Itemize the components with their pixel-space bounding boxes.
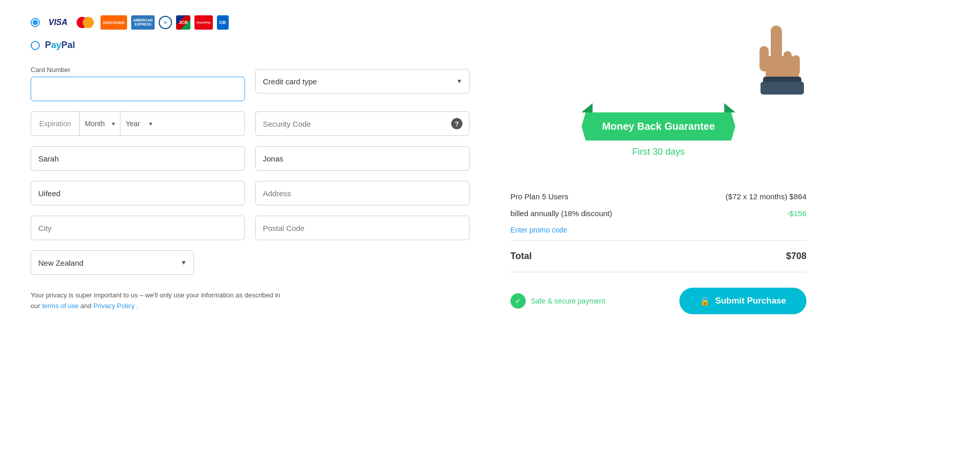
secure-payment: ✓ Safe & secure payment xyxy=(510,293,605,309)
right-panel: Money Back Guarantee First 30 days Pro P… xyxy=(510,10,806,456)
expiration-group: Expiration Month 01020304 05060708 09101… xyxy=(31,111,245,136)
company-address-row xyxy=(31,181,470,205)
card-type-group: Credit card type Visa MasterCard Discove… xyxy=(255,66,470,101)
promo-code-link[interactable]: Enter promo code xyxy=(510,226,806,234)
name-row xyxy=(31,146,470,171)
last-name-group xyxy=(255,146,470,171)
paypal-row: PayPal xyxy=(31,40,470,51)
year-select-wrapper: Year 202420252026 202720282029 ▼ xyxy=(120,112,157,135)
paypal-radio-button[interactable] xyxy=(31,41,40,50)
discount-label: billed annually (18% discount) xyxy=(510,209,612,218)
left-panel: VISA DISCOVER AMERICANEXPRESS D JCB Unio… xyxy=(31,10,470,456)
expiration-label: Expiration xyxy=(31,112,80,135)
year-chevron-icon: ▼ xyxy=(148,121,153,127)
card-number-row: Card Number Credit card type Visa Master… xyxy=(31,66,470,101)
lock-icon: 🔒 xyxy=(700,296,710,306)
city-postal-row xyxy=(31,216,470,240)
guarantee-image-area xyxy=(510,15,806,107)
thumbs-up-image xyxy=(735,15,806,97)
diners-logo: D xyxy=(159,16,172,29)
guarantee-ribbon: Money Back Guarantee xyxy=(581,112,735,141)
privacy-text: Your privacy is super important to us – … xyxy=(31,290,286,312)
plan-label: Pro Plan 5 Users xyxy=(510,192,568,201)
year-select[interactable]: Year 202420252026 202720282029 xyxy=(120,112,147,135)
card-logos-group: VISA DISCOVER AMERICANEXPRESS D JCB Unio… xyxy=(46,15,229,30)
country-group: New Zealand United States United Kingdom… xyxy=(31,250,194,275)
terms-of-use-link[interactable]: terms of use xyxy=(42,302,79,310)
unionpay-logo: UnionPay xyxy=(194,15,213,30)
plan-value: ($72 x 12 months) $864 xyxy=(726,192,806,201)
address-group xyxy=(255,181,470,205)
card-number-input[interactable] xyxy=(31,77,245,101)
svg-rect-7 xyxy=(761,82,804,95)
address-input[interactable] xyxy=(255,181,470,205)
city-group xyxy=(31,216,245,240)
total-value: $708 xyxy=(786,251,806,262)
last-name-input[interactable] xyxy=(255,146,470,171)
ribbon-area: Money Back Guarantee xyxy=(581,112,735,141)
privacy-and: and xyxy=(81,302,93,310)
paypal-radio-option[interactable] xyxy=(31,41,40,50)
privacy-period: . xyxy=(136,302,138,310)
cb-logo: CB xyxy=(217,15,229,30)
shield-icon: ✓ xyxy=(510,293,526,309)
month-chevron-icon: ▼ xyxy=(111,121,116,127)
svg-rect-1 xyxy=(771,26,782,61)
discount-value: -$156 xyxy=(787,209,806,218)
first-name-group xyxy=(31,146,245,171)
month-select-wrapper: Month 01020304 05060708 09101112 ▼ xyxy=(80,112,120,135)
city-input[interactable] xyxy=(31,216,245,240)
expiration-security-row: Expiration Month 01020304 05060708 09101… xyxy=(31,111,470,136)
company-group xyxy=(31,181,245,205)
secure-payment-label: Safe & secure payment xyxy=(531,297,605,305)
security-code-wrapper: ? xyxy=(255,111,470,136)
first-name-input[interactable] xyxy=(31,146,245,171)
submit-section: ✓ Safe & secure payment 🔒 Submit Purchas… xyxy=(510,288,806,314)
total-label: Total xyxy=(510,251,532,262)
card-radio-option[interactable] xyxy=(31,18,40,27)
security-code-input[interactable] xyxy=(255,111,470,136)
pricing-section: Pro Plan 5 Users ($72 x 12 months) $864 … xyxy=(510,188,806,272)
card-number-label: Card Number xyxy=(31,66,245,74)
company-input[interactable] xyxy=(31,181,245,205)
pricing-divider xyxy=(510,240,806,241)
security-code-group: ? xyxy=(255,111,470,136)
postal-group xyxy=(255,216,470,240)
submit-purchase-button[interactable]: 🔒 Submit Purchase xyxy=(679,288,806,314)
mastercard-logo xyxy=(74,15,96,30)
month-select[interactable]: Month 01020304 05060708 09101112 xyxy=(80,112,110,135)
total-row: Total $708 xyxy=(510,247,806,266)
discover-logo: DISCOVER xyxy=(101,15,127,30)
amex-logo: AMERICANEXPRESS xyxy=(131,15,155,30)
guarantee-banner: Money Back Guarantee First 30 days xyxy=(510,15,806,157)
payment-methods-row: VISA DISCOVER AMERICANEXPRESS D JCB Unio… xyxy=(31,15,470,30)
guarantee-subtitle: First 30 days xyxy=(510,147,806,157)
country-select[interactable]: New Zealand United States United Kingdom… xyxy=(31,250,194,275)
security-help-icon[interactable]: ? xyxy=(451,118,462,129)
discount-row: billed annually (18% discount) -$156 xyxy=(510,205,806,222)
postal-input[interactable] xyxy=(255,216,470,240)
paypal-logo: PayPal xyxy=(45,40,75,51)
plan-row: Pro Plan 5 Users ($72 x 12 months) $864 xyxy=(510,188,806,205)
jcb-logo: JCB xyxy=(176,15,190,30)
visa-logo: VISA xyxy=(46,15,70,30)
card-type-wrapper: Credit card type Visa MasterCard Discove… xyxy=(255,69,470,94)
privacy-policy-link[interactable]: Privacy Policy xyxy=(93,302,135,310)
expiration-field: Expiration Month 01020304 05060708 09101… xyxy=(31,111,245,136)
card-number-group: Card Number xyxy=(31,66,245,101)
card-type-select[interactable]: Credit card type Visa MasterCard Discove… xyxy=(255,69,470,94)
submit-button-label: Submit Purchase xyxy=(715,296,786,306)
card-radio-button[interactable] xyxy=(31,18,40,27)
guarantee-ribbon-text: Money Back Guarantee xyxy=(602,121,715,132)
total-divider xyxy=(510,272,806,272)
